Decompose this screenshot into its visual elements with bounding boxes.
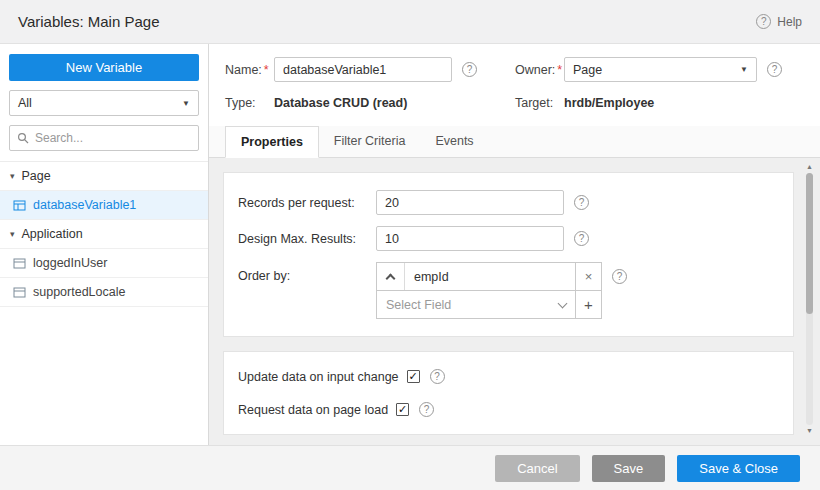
request-on-load-checkbox[interactable]: ✓ bbox=[396, 403, 409, 416]
dialog-header: Variables: Main Page ? Help bbox=[0, 0, 820, 44]
owner-label: Owner:* bbox=[515, 63, 564, 77]
tree-item-label: supportedLocale bbox=[33, 285, 125, 299]
scrollbar-track[interactable] bbox=[806, 173, 813, 425]
variables-dialog: Variables: Main Page ? Help New Variable… bbox=[0, 0, 820, 490]
owner-select[interactable]: Page ▼ bbox=[564, 57, 757, 82]
add-field-button[interactable]: + bbox=[576, 290, 602, 319]
design-max-results-label: Design Max. Results: bbox=[238, 232, 376, 246]
help-link[interactable]: ? Help bbox=[756, 14, 802, 29]
scrollbar-thumb[interactable] bbox=[806, 173, 813, 314]
new-variable-button[interactable]: New Variable bbox=[9, 54, 199, 81]
tree-item-label: loggedInUser bbox=[33, 256, 107, 270]
behavior-panel: Update data on input change ✓ ? Request … bbox=[223, 351, 794, 435]
required-marker: * bbox=[557, 63, 562, 77]
chevron-up-icon bbox=[386, 273, 396, 283]
search-input[interactable] bbox=[35, 131, 191, 145]
tree-item-label: databaseVariable1 bbox=[33, 198, 136, 212]
variable-form-header: Name:* ? Owner:* Page ▼ ? bbox=[209, 44, 820, 124]
order-by-field-value: empId bbox=[405, 270, 458, 284]
variable-icon bbox=[13, 257, 26, 270]
help-icon: ? bbox=[756, 14, 771, 29]
tree-group-page[interactable]: ▾ Page bbox=[0, 162, 208, 191]
target-label: Target: bbox=[515, 96, 564, 110]
type-label: Type: bbox=[225, 96, 274, 110]
save-and-close-button[interactable]: Save & Close bbox=[677, 455, 800, 482]
database-variable-icon bbox=[13, 199, 26, 212]
page-title: Variables: Main Page bbox=[18, 13, 159, 30]
chevron-down-icon bbox=[558, 298, 568, 308]
tree-group-application[interactable]: ▾ Application bbox=[0, 220, 208, 249]
collapse-caret-icon: ▾ bbox=[10, 229, 15, 239]
help-label: Help bbox=[777, 15, 802, 29]
name-input[interactable] bbox=[274, 57, 452, 82]
tab-filter-criteria[interactable]: Filter Criteria bbox=[319, 126, 421, 157]
dialog-footer: Cancel Save Save & Close bbox=[0, 445, 820, 490]
save-button[interactable]: Save bbox=[592, 455, 666, 482]
update-on-change-help-icon[interactable]: ? bbox=[430, 369, 445, 384]
tab-properties[interactable]: Properties bbox=[225, 126, 319, 158]
order-by-help-icon[interactable]: ? bbox=[612, 269, 627, 284]
scroll-up-icon[interactable]: ▲ bbox=[806, 161, 813, 173]
order-by-label: Order by: bbox=[238, 262, 376, 283]
cancel-button[interactable]: Cancel bbox=[495, 455, 579, 482]
variable-icon bbox=[13, 286, 26, 299]
records-per-request-label: Records per request: bbox=[238, 196, 376, 210]
tree-item-loggedinuser[interactable]: loggedInUser bbox=[0, 249, 208, 278]
tree-item-supportedlocale[interactable]: supportedLocale bbox=[0, 278, 208, 307]
design-max-help-icon[interactable]: ? bbox=[574, 231, 589, 246]
chevron-down-icon: ▼ bbox=[182, 99, 190, 108]
required-marker: * bbox=[264, 63, 269, 77]
update-on-change-label: Update data on input change bbox=[238, 370, 399, 384]
chevron-down-icon: ▼ bbox=[740, 65, 748, 74]
request-on-load-help-icon[interactable]: ? bbox=[419, 402, 434, 417]
properties-tab-content: Records per request: ? Design Max. Resul… bbox=[209, 158, 820, 445]
owner-value: Page bbox=[573, 63, 602, 77]
dialog-body: New Variable All ▼ ▾ Page bbox=[0, 44, 820, 445]
tree-group-label: Page bbox=[22, 169, 51, 183]
select-field-dropdown[interactable]: Select Field bbox=[376, 290, 576, 319]
collapse-caret-icon: ▾ bbox=[10, 171, 15, 181]
design-max-results-input[interactable] bbox=[376, 226, 564, 251]
sidebar: New Variable All ▼ ▾ Page bbox=[0, 44, 209, 445]
target-value: hrdb/Employee bbox=[564, 96, 654, 110]
update-on-change-checkbox[interactable]: ✓ bbox=[407, 370, 420, 383]
order-by-widget: empId × Select Field + bbox=[376, 262, 602, 319]
scroll-down-icon[interactable]: ▼ bbox=[806, 425, 813, 437]
remove-field-button[interactable]: × bbox=[576, 262, 602, 291]
search-icon bbox=[17, 132, 29, 144]
records-help-icon[interactable]: ? bbox=[574, 195, 589, 210]
select-field-placeholder: Select Field bbox=[386, 298, 451, 312]
request-settings-panel: Records per request: ? Design Max. Resul… bbox=[223, 172, 794, 337]
name-label: Name:* bbox=[225, 63, 274, 77]
name-help-icon[interactable]: ? bbox=[462, 62, 477, 77]
search-box bbox=[9, 125, 199, 151]
sort-direction-button[interactable] bbox=[377, 263, 405, 290]
tab-bar: Properties Filter Criteria Events bbox=[209, 126, 820, 158]
variable-filter-select[interactable]: All ▼ bbox=[9, 90, 199, 116]
type-value: Database CRUD (read) bbox=[274, 96, 407, 110]
variable-tree: ▾ Page databaseVariable1 ▾ Appl bbox=[0, 161, 208, 307]
tree-group-label: Application bbox=[22, 227, 83, 241]
tree-item-databasevariable1[interactable]: databaseVariable1 bbox=[0, 191, 208, 220]
main-panel: Name:* ? Owner:* Page ▼ ? bbox=[209, 44, 820, 445]
vertical-scrollbar[interactable]: ▲ ▼ bbox=[803, 161, 816, 437]
tab-events[interactable]: Events bbox=[420, 126, 488, 157]
records-per-request-input[interactable] bbox=[376, 190, 564, 215]
owner-help-icon[interactable]: ? bbox=[767, 62, 782, 77]
request-on-load-label: Request data on page load bbox=[238, 403, 388, 417]
variable-filter-value: All bbox=[18, 96, 32, 110]
